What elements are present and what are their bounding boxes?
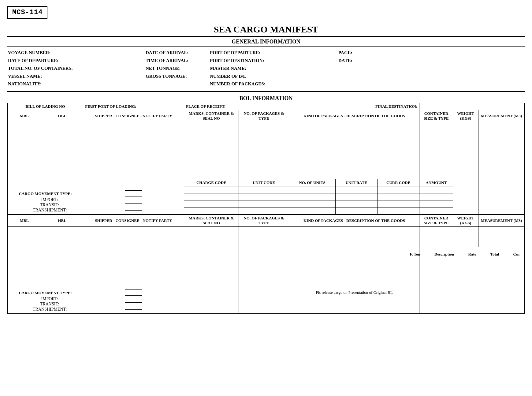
release-note: Pls release cargo on Presentation of Ori… (290, 290, 418, 295)
hdr-weight-2: WEIGHT (KGS) (453, 215, 478, 227)
cm-transhipment-box-1[interactable] (125, 205, 142, 211)
cell-kind-1[interactable] (289, 122, 419, 179)
hdr-bill-of-lading-no: BILL OF LADING NO (8, 103, 83, 110)
hdr-first-port-loading: FIRST PORT OF LOADING: (83, 103, 184, 110)
section-general-header: GENERAL INFORMATION (7, 37, 525, 46)
gi-nationality: NATIONALITY: (7, 80, 146, 88)
charge-row-1-code[interactable] (184, 186, 239, 193)
gi-voyage-number: VOYAGE NUMBER: (7, 49, 146, 57)
hdr-mbl: MBL (8, 110, 41, 122)
cell-meas-2[interactable] (478, 226, 524, 247)
cell-meas-1[interactable] (478, 122, 524, 215)
bol-table: BILL OF LADING NO FIRST PORT OF LOADING:… (7, 103, 525, 314)
cm-import-box-1[interactable] (125, 190, 142, 196)
cm-transit-box-1[interactable] (125, 198, 142, 204)
hdr-container-2: CONTAINER SIZE & TYPE (419, 215, 453, 227)
hdr-unit-rate: UNIT RATE (335, 179, 377, 186)
page-title: SEA CARGO MANIFEST (7, 24, 525, 35)
gi-date: DATE: (338, 57, 525, 65)
hdr-marks: MARKS, CONTAINER & SEAL NO (184, 110, 239, 122)
gi-port-destination: PORT OF DESTINATION: (210, 57, 338, 65)
hdr-hbl-2: HBL (41, 215, 83, 227)
hdr-unit-code: UNIT CODE (239, 179, 289, 186)
hdr-kind-of-packages: KIND OF PACKAGES - DESCRIPTION OF THE GO… (289, 110, 419, 122)
hdr-measurement-2: MEASUREMENT (M3) (478, 215, 524, 227)
gi-port-departure: PORT OF DEPARTURE: (210, 49, 338, 57)
hdr-container: CONTAINER SIZE & TYPE (419, 110, 453, 122)
hdr-mbl-2: MBL (8, 215, 41, 227)
gi-gross-tonnage: GROSS TONNAGE: (146, 73, 210, 80)
gi-number-packages: NUMBER OF PACKAGES: (210, 80, 338, 88)
hdr-packages-2: NO. OF PACKAGES & TYPE (239, 215, 289, 227)
hdr-hbl: HBL (41, 110, 83, 122)
hdr-place-of-receipt: PLACE OF RECEIPT: (186, 104, 225, 109)
charge-row-4-code[interactable] (184, 207, 239, 215)
gi-vessel-name: VESSEL NAME: (7, 73, 146, 80)
gi-master-name: MASTER NAME: (210, 65, 338, 73)
cargo-movement-type-2: CARGO MOVEMENT TYPE: IMPORT: TRANSIT: TR… (8, 289, 83, 313)
cell-container-2[interactable] (419, 226, 453, 247)
cm-checkbox-stack-1 (125, 190, 142, 212)
hdr-amount: ANMOUNT (419, 179, 453, 186)
gi-net-tonnage: NET TONNAGE: (146, 65, 210, 73)
gi-number-bl: NUMBER OF B/L (210, 73, 338, 80)
hdr-weight: WEIGHT (KGS) (453, 110, 478, 122)
cm-transhipment-box-2[interactable] (125, 304, 142, 310)
cell-weight-2[interactable] (453, 226, 478, 247)
cell-marks-2[interactable] (184, 226, 239, 313)
general-info-block: VOYAGE NUMBER: DATE OF ARRIVAL: PORT OF … (7, 46, 525, 92)
gi-date-arrival: DATE OF ARRIVAL: (146, 49, 210, 57)
hdr-curr-code: CURR CODE (377, 179, 419, 186)
gi-page: PAGE: (338, 49, 525, 57)
cm-transit-box-2[interactable] (125, 297, 142, 303)
form-code-badge: MCS-114 (7, 6, 47, 19)
hdr-kind-of-packages-2: KIND OF PACKAGES - DESCRIPTION OF THE GO… (289, 215, 419, 227)
gi-date-departure: DATE OF DEPARTURE: (7, 57, 146, 65)
charge-row-3-code[interactable] (184, 200, 239, 207)
cell-container-1[interactable] (419, 122, 453, 179)
cell-weight-1[interactable] (453, 122, 478, 215)
rule-top (7, 36, 525, 37)
cell-marks-1[interactable] (184, 122, 239, 179)
cell-pkgs-2[interactable] (239, 226, 289, 313)
hdr-marks-2: MARKS, CONTAINER & SEAL NO (184, 215, 239, 227)
cell-pkgs-1[interactable] (239, 122, 289, 179)
gi-time-arrival: TIME OF ARRIVAL: (146, 57, 210, 65)
hdr-shipper: SHIPPER - CONSIGNEE - NOTIFY PARTY (83, 110, 184, 122)
gi-total-containers: TOTAL NO. OF CONTAINERS: (7, 65, 146, 73)
hdr-charge-code: CHARGE CODE (184, 179, 239, 186)
hdr-no-of-units: NO. OF UNITS (289, 179, 335, 186)
cm-import-box-2[interactable] (125, 290, 142, 296)
cm-checkbox-stack-2 (125, 290, 142, 311)
charge-row-2-code[interactable] (184, 193, 239, 200)
section-bol-header: BOL INFORMATION (7, 95, 525, 102)
cargo-movement-type-1: CARGO MOVEMENT TYPE: IMPORT: TRANSIT: TR… (8, 190, 83, 214)
hdr-final-destination: FINAL DESTINATION: (375, 104, 417, 109)
hdr-packages: NO. OF PACKAGES & TYPE (239, 110, 289, 122)
hdr-shipper-2: SHIPPER - CONSIGNEE - NOTIFY PARTY (83, 215, 184, 227)
hdr-measurement: MEASUREMENT (M3) (478, 110, 524, 122)
sea-cargo-manifest-form: MCS-114 SEA CARGO MANIFEST GENERAL INFOR… (0, 0, 532, 326)
freight-columns: F. Ton Description Rate Total Cur (421, 248, 523, 257)
